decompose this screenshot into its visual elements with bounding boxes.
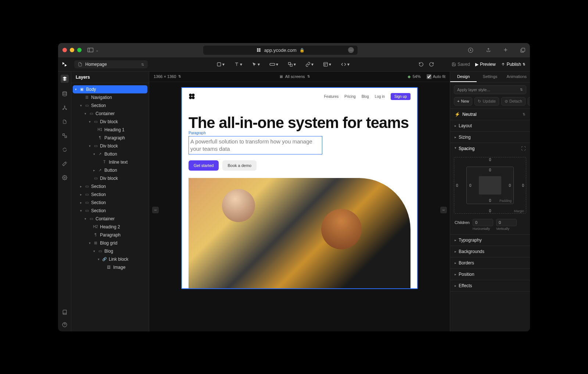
site-icon: [256, 47, 261, 53]
tree-body[interactable]: ▾▣Body: [73, 85, 147, 93]
refresh-icon[interactable]: [62, 147, 68, 153]
tree-item[interactable]: ▾▭Section: [73, 101, 147, 110]
database-icon[interactable]: [62, 91, 68, 97]
breakpoint-selector[interactable]: All screens: [285, 74, 305, 79]
children-vertical-input[interactable]: [496, 219, 517, 226]
redo-icon[interactable]: [429, 62, 434, 67]
file-selector[interactable]: Homepage ⇅: [74, 60, 148, 68]
section-backgrounds[interactable]: ▸Backgrounds: [450, 246, 530, 257]
bolt-icon: ⚡: [455, 112, 460, 117]
tool-code[interactable]: ▾: [341, 62, 349, 67]
section-typography[interactable]: ▸Typography: [450, 235, 530, 246]
tool-layout[interactable]: ▾: [323, 62, 331, 67]
tree-item[interactable]: ▾▭Container: [73, 215, 147, 223]
tab-animations[interactable]: Animations: [503, 72, 530, 82]
tree-item[interactable]: ▸▭Section: [73, 190, 147, 199]
tree-item[interactable]: ▾▭Div block: [73, 142, 147, 150]
tree-item[interactable]: ▾▭Section: [73, 207, 147, 215]
tool-frame[interactable]: ▾: [216, 62, 225, 67]
preview-button[interactable]: ▶ Preview: [475, 62, 496, 67]
section-layout[interactable]: ▸Layout: [450, 120, 530, 131]
tree-item[interactable]: ▾▭Div block: [73, 118, 147, 126]
nav-login[interactable]: Log in: [375, 95, 385, 99]
components-icon[interactable]: [62, 133, 68, 139]
style-update-button[interactable]: ↻ Update: [474, 97, 499, 106]
address-bar[interactable]: app.ycode.com 🔒 ⋯: [203, 46, 358, 55]
section-borders[interactable]: ▸Borders: [450, 257, 530, 268]
undo-icon[interactable]: [419, 62, 424, 67]
tree-item[interactable]: ¶Paragraph: [73, 231, 147, 239]
nav-pricing[interactable]: Pricing: [344, 95, 356, 99]
download-icon[interactable]: [468, 47, 473, 53]
style-more-button[interactable]: ⋯: [528, 97, 530, 106]
tree-item[interactable]: ▾⊞Blog grid: [73, 239, 147, 247]
inspector-panel: Design Settings Animations Apply layer s…: [450, 72, 530, 331]
tool-input[interactable]: ▾: [269, 62, 278, 67]
tree-item[interactable]: 🖼Image: [73, 263, 147, 271]
spacing-box[interactable]: 0 0 0 0 0 0 0 0 Padding Margin: [454, 157, 526, 214]
section-sizing[interactable]: ▸Sizing: [450, 132, 530, 143]
style-detach-button[interactable]: ⊘ Detach: [501, 97, 526, 106]
neutral-row[interactable]: ⚡Neutral⇅: [450, 109, 530, 120]
sitemap-icon[interactable]: [62, 105, 68, 111]
tree-item[interactable]: ▾▭Container: [73, 110, 147, 118]
tool-link[interactable]: ▾: [305, 62, 313, 67]
style-new-button[interactable]: + New: [454, 97, 472, 106]
tab-settings[interactable]: Settings: [477, 72, 503, 82]
settings-icon[interactable]: [62, 175, 68, 181]
svg-rect-5: [270, 63, 275, 65]
tab-design[interactable]: Design: [450, 72, 477, 82]
zoom-level[interactable]: 54%: [413, 74, 421, 79]
tree-item[interactable]: TInline text: [73, 158, 147, 166]
cta-get-started[interactable]: Get started: [189, 160, 219, 171]
sidebar-toggle-icon[interactable]: [87, 48, 93, 52]
nav-blog[interactable]: Blog: [362, 95, 369, 99]
section-spacing[interactable]: ▾Spacing⛶: [450, 143, 530, 154]
tree-item[interactable]: ▸▭Section: [73, 182, 147, 190]
svg-point-17: [64, 177, 65, 178]
tree-item[interactable]: ▸▭Section: [73, 199, 147, 207]
cta-book-demo[interactable]: Book a demo: [222, 160, 257, 171]
section-effects[interactable]: ▸Effects: [450, 280, 530, 291]
publish-button[interactable]: Publish ⇅: [501, 62, 526, 67]
spacing-expand-icon[interactable]: ⛶: [521, 146, 526, 151]
page-preview[interactable]: Features Pricing Blog Log in Sign up The…: [181, 87, 418, 289]
hero-paragraph: A powerfull solution to transform how yo…: [190, 138, 320, 153]
page-icon[interactable]: [62, 119, 68, 125]
nav-features[interactable]: Features: [324, 95, 338, 99]
tree-item[interactable]: H2Heading 2: [73, 223, 147, 231]
resize-handle-right[interactable]: ↔: [440, 207, 447, 213]
tree-item[interactable]: ▾↗Button: [73, 150, 147, 158]
nav-signup[interactable]: Sign up: [391, 93, 410, 100]
tool-cursor[interactable]: ▾: [252, 62, 260, 67]
tree-item[interactable]: ▭Div block: [73, 174, 147, 182]
section-position[interactable]: ▸Position: [450, 269, 530, 280]
new-tab-icon[interactable]: +: [503, 46, 508, 54]
reader-icon[interactable]: ⋯: [348, 47, 354, 53]
tree-item[interactable]: H1Heading 1: [73, 126, 147, 134]
layer-style-select[interactable]: Apply layer style...⇅: [454, 85, 526, 94]
tree-item[interactable]: ▸↗Button: [73, 166, 147, 174]
tree-item[interactable]: ▾▭Blog: [73, 247, 147, 255]
tree-item[interactable]: ▾🔗Link block: [73, 255, 147, 263]
autofit-checkbox[interactable]: Auto fit: [427, 74, 445, 79]
tree-item[interactable]: ☰Navigation: [73, 93, 147, 101]
help-icon[interactable]: [62, 322, 68, 328]
hero-heading[interactable]: The all-in-one system for teams: [189, 115, 410, 131]
tabs-icon[interactable]: [520, 47, 526, 53]
selected-element[interactable]: A powerfull solution to transform how yo…: [189, 136, 322, 155]
tool-text[interactable]: ▾: [234, 62, 242, 67]
traffic-lights[interactable]: [62, 48, 82, 52]
canvas: 1366 × 1360⇅ 🖥All screens⇅ ◆54% Auto fit…: [149, 72, 450, 331]
magic-icon[interactable]: [62, 161, 68, 167]
tree-item[interactable]: ¶Paragraph: [73, 134, 147, 142]
layers-icon[interactable]: [61, 75, 69, 83]
children-horizontal-input[interactable]: [473, 219, 493, 226]
share-icon[interactable]: [486, 47, 491, 53]
app-logo[interactable]: [58, 61, 71, 67]
chevron-down-icon[interactable]: ⌄: [96, 48, 98, 52]
docs-icon[interactable]: [62, 309, 68, 315]
resize-handle-left[interactable]: ↔: [152, 207, 159, 213]
tool-component[interactable]: ▾: [288, 62, 296, 67]
canvas-dimensions[interactable]: 1366 × 1360: [154, 74, 176, 79]
